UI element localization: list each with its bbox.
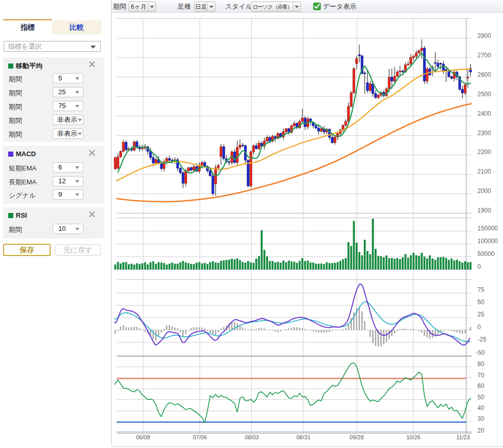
svg-text:11/23: 11/23 — [456, 434, 470, 440]
svg-text:150000: 150000 — [477, 225, 498, 232]
svg-text:0: 0 — [477, 263, 481, 270]
svg-text:2500: 2500 — [477, 91, 491, 98]
svg-text:07/06: 07/06 — [193, 434, 207, 440]
svg-text:50000: 50000 — [477, 250, 495, 258]
svg-text:70: 70 — [477, 372, 485, 379]
svg-text:-50: -50 — [476, 349, 485, 356]
svg-text:2200: 2200 — [477, 148, 491, 156]
svg-text:08/31: 08/31 — [296, 434, 311, 440]
svg-text:40: 40 — [477, 404, 485, 412]
svg-text:50: 50 — [477, 298, 485, 306]
svg-text:09/28: 09/28 — [349, 434, 364, 440]
svg-text:2300: 2300 — [477, 130, 491, 137]
svg-text:08/03: 08/03 — [245, 434, 259, 440]
svg-text:2100: 2100 — [477, 168, 491, 175]
svg-text:10/26: 10/26 — [406, 434, 421, 440]
svg-text:0: 0 — [477, 324, 481, 331]
svg-text:2400: 2400 — [477, 110, 491, 117]
svg-text:20: 20 — [477, 427, 485, 434]
svg-text:75: 75 — [477, 286, 485, 293]
svg-text:80: 80 — [477, 360, 485, 368]
svg-text:25: 25 — [477, 311, 485, 318]
svg-text:30: 30 — [477, 415, 485, 422]
svg-text:50: 50 — [477, 394, 485, 401]
svg-text:-25: -25 — [477, 336, 487, 343]
svg-text:06/08: 06/08 — [136, 434, 150, 440]
svg-text:2800: 2800 — [477, 32, 491, 39]
svg-text:2600: 2600 — [477, 71, 491, 78]
svg-text:2700: 2700 — [477, 52, 491, 59]
svg-text:2000: 2000 — [477, 187, 491, 195]
svg-text:60: 60 — [477, 382, 485, 390]
svg-text:100000: 100000 — [477, 238, 498, 245]
svg-text:1900: 1900 — [477, 207, 491, 214]
